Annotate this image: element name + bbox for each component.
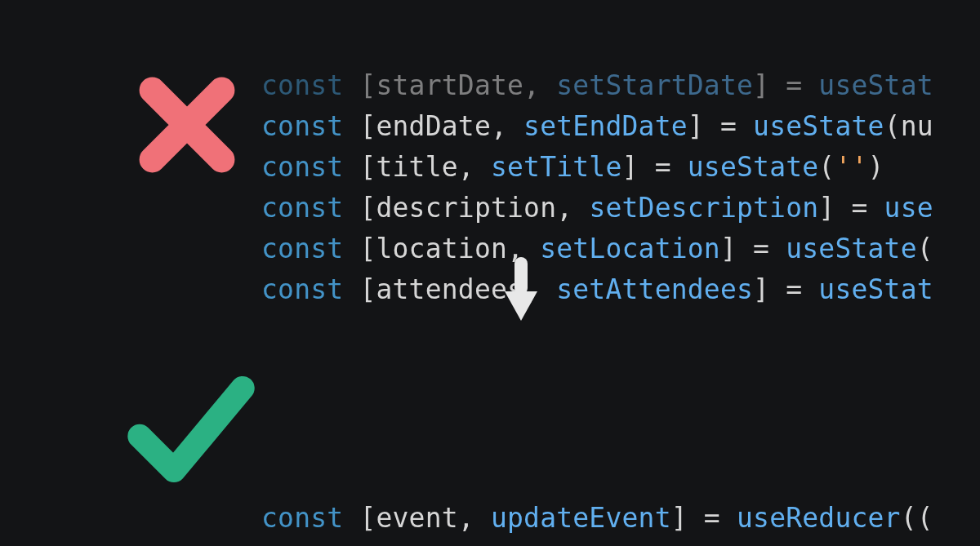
good-line: const [event, updateEvent] = useReducer(… (261, 498, 980, 539)
code-token: ] (753, 69, 786, 101)
code-token: = (786, 69, 818, 101)
code-token: [ (359, 110, 376, 142)
code-token: setTitle (491, 151, 622, 183)
code-token: (( (901, 502, 933, 534)
code-token: = (720, 110, 753, 142)
code-token: title (376, 151, 457, 183)
code-comparison: const [startDate, setStartDate] = useSta… (0, 0, 980, 546)
check-icon (126, 372, 256, 486)
arrow-down-icon (502, 255, 540, 324)
code-token: const (261, 110, 359, 142)
code-token: const (261, 502, 359, 534)
code-token: { (409, 543, 442, 546)
bad-line: const [startDate, setStartDate] = useSta… (261, 65, 980, 106)
code-token: = (704, 502, 737, 534)
code-token: useStat (818, 273, 933, 305)
code-token: return (294, 543, 408, 546)
code-token: ] (753, 273, 786, 305)
code-token: ] (671, 502, 704, 534)
code-token: , (458, 151, 491, 183)
code-token: [ (359, 192, 376, 224)
code-token: const (261, 151, 359, 183)
code-token: description (376, 192, 556, 224)
code-token: , (556, 192, 589, 224)
code-token: startDate (376, 69, 523, 101)
code-column: const [startDate, setStartDate] = useSta… (261, 0, 980, 546)
bad-line: const [title, setTitle] = useState('') (261, 147, 980, 188)
code-token: [ (359, 273, 376, 305)
code-token: endDate (376, 110, 490, 142)
code-token: event (376, 502, 457, 534)
good-line: return { ...prev, ...next } (261, 539, 980, 546)
code-token: = (753, 233, 786, 264)
code-token: useReducer (737, 502, 901, 534)
code-token: setLocation (540, 233, 720, 264)
code-token: ] (720, 233, 753, 264)
code-token: [ (359, 151, 376, 183)
code-token: ] (622, 151, 655, 183)
code-token: setEndDate (523, 110, 688, 142)
code-token: ...next (589, 543, 720, 546)
code-token: = (786, 273, 818, 305)
cross-icon (139, 77, 235, 173)
status-icon-column (65, 0, 204, 546)
code-token: [ (359, 233, 376, 264)
code-token: ) (868, 151, 884, 183)
code-token: , (458, 502, 491, 534)
code-token: , (556, 543, 589, 546)
code-token: ( (818, 151, 835, 183)
bad-line: const [attendees, setAttendees] = useSta… (261, 269, 980, 310)
good-code-block: const [event, updateEvent] = useReducer(… (261, 498, 980, 546)
code-token: setStartDate (556, 69, 753, 101)
code-token: = (851, 192, 884, 224)
svg-rect-0 (514, 257, 528, 295)
code-token: useStat (818, 69, 933, 101)
code-token: ...prev (442, 543, 556, 546)
code-token: attendees (376, 273, 523, 305)
code-token: useState (753, 110, 884, 142)
code-token: ] (818, 192, 851, 224)
bad-code-block: const [startDate, setStartDate] = useSta… (261, 65, 980, 310)
code-token (261, 543, 294, 546)
bad-line: const [endDate, setEndDate] = useState(n… (261, 106, 980, 147)
code-token: '' (835, 151, 867, 183)
code-token: use (884, 192, 933, 224)
code-token: location (376, 233, 507, 264)
code-token: useState (786, 233, 917, 264)
code-token: const (261, 192, 359, 224)
code-token: setAttendees (556, 273, 753, 305)
code-token: ] (688, 110, 720, 142)
code-token: setDescription (589, 192, 818, 224)
code-token: ( (917, 233, 933, 264)
code-token: [ (359, 69, 376, 101)
code-token: useState (688, 151, 819, 183)
code-token: const (261, 69, 359, 101)
code-token: nu (901, 110, 933, 142)
code-token: [ (359, 502, 376, 534)
bad-line: const [description, setDescription] = us… (261, 188, 980, 229)
code-token: updateEvent (491, 502, 671, 534)
code-token: , (523, 69, 556, 101)
code-token: } (720, 543, 737, 546)
code-token: const (261, 233, 359, 264)
code-token: = (655, 151, 688, 183)
code-token: , (491, 110, 523, 142)
bad-line: const [location, setLocation] = useState… (261, 229, 980, 269)
code-token: ( (884, 110, 901, 142)
code-token: const (261, 273, 359, 305)
